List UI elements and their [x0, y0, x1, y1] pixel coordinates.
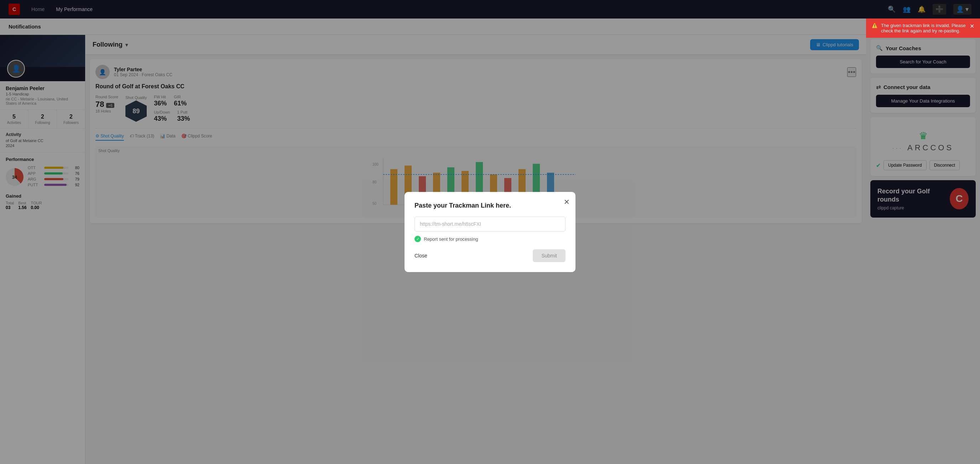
- modal-submit-button[interactable]: Submit: [533, 249, 565, 262]
- success-text: Report sent for processing: [424, 237, 478, 242]
- modal-close-x-button[interactable]: ✕: [564, 198, 570, 206]
- modal-actions: Close Submit: [415, 249, 565, 262]
- trackman-modal: Paste your Trackman Link here. ✕ ✓ Repor…: [404, 192, 576, 272]
- error-message: The given trackman link is invalid. Plea…: [881, 23, 966, 33]
- error-toast: ⚠️ The given trackman link is invalid. P…: [866, 19, 980, 38]
- toast-close-button[interactable]: ✕: [970, 23, 974, 30]
- modal-overlay[interactable]: Paste your Trackman Link here. ✕ ✓ Repor…: [0, 0, 980, 464]
- modal-close-button[interactable]: Close: [415, 253, 427, 259]
- success-icon: ✓: [415, 236, 421, 242]
- warning-icon: ⚠️: [872, 23, 877, 28]
- modal-title: Paste your Trackman Link here.: [415, 202, 565, 210]
- trackman-link-input[interactable]: [415, 216, 565, 232]
- modal-success-message: ✓ Report sent for processing: [415, 236, 565, 242]
